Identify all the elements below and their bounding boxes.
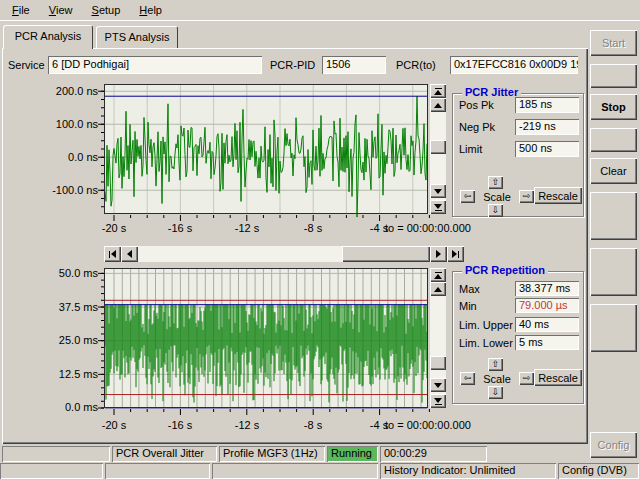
repetition-vscroll-thumb[interactable] (430, 356, 446, 370)
tab-pcr-analysis[interactable]: PCR Analysis (3, 25, 93, 49)
repetition-y-tick: 12.5 ms (26, 368, 98, 380)
menu-item-file[interactable]: File (4, 3, 38, 17)
scroll-left-button[interactable] (121, 246, 138, 262)
repetition-y-tick: 0.0 ms (26, 401, 98, 413)
jitter-x-tick: -12 s (229, 222, 265, 234)
min-value: 79.000 µs (515, 298, 579, 313)
repetition-x-tick: -12 s (229, 419, 265, 431)
scroll-far-left-icon (109, 251, 110, 258)
repetition-y-tick: 50.0 ms (26, 267, 98, 279)
jitter-rescale-button[interactable]: Rescale (534, 187, 582, 204)
pcr-to-label: PCR(to) (396, 59, 436, 71)
pcr-repetition-panel: PCR Repetition Max 38.377 ms Min 79.000 … (452, 271, 584, 404)
scale-right-icon: ⇨ (523, 192, 531, 201)
jitter-scroll-top-button[interactable] (430, 84, 446, 98)
repetition-scale-up-button[interactable]: ⇧ (488, 358, 503, 371)
repetition-x-tick: -16 s (162, 419, 198, 431)
status-config-mode: Config (DVB) (558, 463, 639, 479)
scale-right-icon: ⇨ (523, 374, 531, 383)
repetition-scroll-down-button[interactable] (430, 378, 446, 392)
repetition-y-tick: 37.5 ms (26, 301, 98, 313)
repetition-x-tick: -8 s (295, 419, 331, 431)
scale-down-icon: ⇩ (492, 388, 500, 397)
status-history-indicator: History Indicator: Unlimited (380, 463, 556, 479)
stop-button[interactable]: Stop (590, 94, 637, 120)
jitter-scale-label: Scale (477, 191, 517, 203)
repetition-scale-label: Scale (477, 373, 517, 385)
pcr-jitter-panel-title: PCR Jitter (462, 86, 521, 98)
repetition-scroll-up-button[interactable] (430, 282, 446, 296)
status-elapsed-time: 00:00:29 (380, 446, 487, 462)
jitter-scale-right-button[interactable]: ⇨ (519, 190, 534, 203)
lim-upper-value[interactable]: 40 ms (515, 317, 579, 332)
lim-upper-label: Lim. Upper (459, 319, 513, 333)
scroll-far-right-icon (452, 250, 457, 258)
jitter-scale-left-button[interactable]: ⇦ (460, 190, 475, 203)
status2-cell-empty-3 (212, 463, 378, 479)
jitter-scale-up-button[interactable]: ⇧ (488, 176, 503, 189)
jitter-scroll-bottom-button[interactable] (430, 200, 446, 214)
max-value: 38.377 ms (515, 281, 579, 296)
jitter-chart (96, 83, 436, 222)
pcr-pid-field: 1506 (322, 56, 386, 74)
blank-button-2 (590, 128, 637, 152)
jitter-vscrollbar[interactable] (430, 84, 446, 214)
jitter-vscroll-thumb[interactable] (430, 140, 446, 154)
service-field[interactable]: 6 [DD Podhigai] (48, 56, 262, 74)
jitter-limit-value[interactable]: 500 ns (515, 141, 579, 157)
jitter-scroll-down-button[interactable] (430, 184, 446, 198)
hscroll-thumb[interactable] (342, 246, 430, 262)
repetition-rescale-button[interactable]: Rescale (534, 369, 582, 386)
jitter-y-tick: 0.0 ns (26, 151, 98, 163)
scroll-right-button[interactable] (430, 246, 447, 262)
scroll-far-right-button[interactable] (447, 246, 464, 262)
jitter-x-tick: -16 s (162, 222, 198, 234)
jitter-scroll-up-button[interactable] (430, 98, 446, 112)
scroll-up-icon (434, 103, 442, 108)
tab-pts-analysis[interactable]: PTS Analysis (96, 26, 178, 48)
scroll-to-top-icon (434, 88, 442, 95)
scroll-down-icon (434, 189, 442, 194)
blank-button-5 (590, 304, 637, 352)
scroll-to-bottom-icon (434, 204, 442, 211)
repetition-scale-down-button[interactable]: ⇩ (488, 386, 503, 399)
scroll-down-icon (434, 383, 442, 388)
repetition-scroll-bottom-button[interactable] (430, 394, 446, 408)
status2-cell-empty-2 (105, 463, 210, 479)
jitter-y-tick: 200.0 ns (26, 85, 98, 97)
repetition-x-end-label: to = 00:00:00.000 (385, 419, 467, 431)
max-label: Max (459, 283, 480, 297)
repetition-chart-plot (96, 267, 436, 416)
scroll-to-bottom-icon (434, 398, 442, 405)
status-cell-empty (2, 446, 110, 462)
repetition-vscrollbar[interactable] (430, 268, 446, 408)
status-profile: Profile MGF3 (1Hz) (219, 446, 325, 462)
pcr-jitter-panel: PCR Jitter Pos Pk 185 ns Neg Pk -219 ns … (452, 93, 584, 217)
scroll-far-left-button[interactable] (104, 246, 121, 262)
config-button[interactable]: Config (590, 432, 637, 458)
status-measurement: PCR Overall Jitter (112, 446, 217, 462)
time-hscrollbar[interactable] (104, 246, 464, 262)
start-button[interactable]: Start (590, 30, 637, 56)
repetition-scale-left-button[interactable]: ⇦ (460, 372, 475, 385)
pcr-to-field: 0x17EFCC816 0x00D9 19:49:5 (450, 56, 578, 74)
scroll-up-icon (434, 287, 442, 292)
menu-bar: File View Setup Help (0, 0, 640, 21)
clear-button[interactable]: Clear (590, 158, 637, 184)
pcr-repetition-panel-title: PCR Repetition (462, 264, 548, 276)
menu-item-help[interactable]: Help (131, 3, 170, 17)
jitter-y-tick: -100.0 ns (26, 184, 98, 196)
lim-lower-value[interactable]: 5 ms (515, 335, 579, 350)
status-running-badge: Running (327, 446, 378, 462)
repetition-scale-right-button[interactable]: ⇨ (519, 372, 534, 385)
jitter-x-tick: -8 s (295, 222, 331, 234)
menu-item-setup[interactable]: Setup (84, 3, 129, 17)
blank-button-3 (590, 192, 637, 240)
neg-pk-value: -219 ns (515, 119, 579, 135)
jitter-x-tick: -20 s (96, 222, 132, 234)
jitter-scale-down-button[interactable]: ⇩ (488, 204, 503, 217)
blank-button-4 (590, 248, 637, 296)
min-label: Min (459, 300, 477, 314)
menu-item-view[interactable]: View (41, 3, 81, 17)
repetition-scroll-top-button[interactable] (430, 268, 446, 282)
